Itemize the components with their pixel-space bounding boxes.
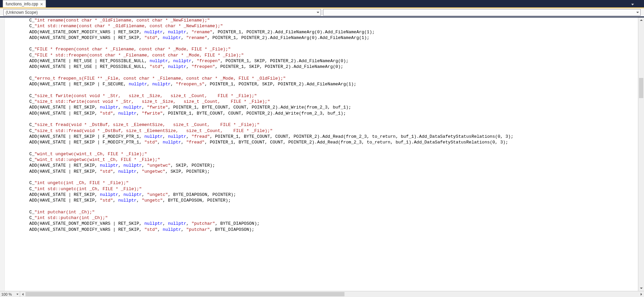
code-text[interactable]: C_"int rename(const char * _OldFilename,…	[17, 17, 638, 232]
outlining-margin[interactable]	[0, 17, 5, 291]
chevron-down-icon	[636, 12, 639, 13]
tab-functions-info[interactable]: functions_info.cpp ×	[3, 0, 46, 7]
tab-strip: functions_info.cpp ×	[0, 0, 644, 8]
editor-gutter	[0, 17, 17, 291]
scroll-down-button[interactable]	[638, 286, 644, 291]
scroll-thumb[interactable]	[639, 78, 643, 98]
chevron-down-icon	[317, 12, 319, 13]
horizontal-scrollbar[interactable]	[20, 291, 644, 297]
code-area[interactable]: C_"int rename(const char * _OldFilename,…	[17, 17, 638, 291]
member-dropdown[interactable]	[323, 9, 641, 16]
window-options-chevron-icon[interactable]	[631, 4, 634, 5]
zoom-label: 100 %	[1, 292, 12, 296]
tab-label: functions_info.cpp	[6, 2, 38, 6]
scroll-up-button[interactable]	[638, 17, 644, 23]
scroll-track[interactable]	[25, 291, 639, 297]
zoom-dropdown[interactable]: 100 %	[0, 291, 20, 297]
chevron-down-icon	[16, 294, 18, 295]
scroll-left-button[interactable]	[20, 291, 25, 297]
scope-dropdown[interactable]: (Unknown Scope)	[3, 9, 321, 16]
navigation-bar: (Unknown Scope)	[0, 8, 644, 16]
scroll-thumb[interactable]	[25, 292, 344, 296]
vertical-scrollbar[interactable]	[638, 17, 644, 291]
editor: C_"int rename(const char * _OldFilename,…	[0, 17, 644, 291]
bottom-bar: 100 %	[0, 291, 644, 297]
scope-label: (Unknown Scope)	[6, 10, 38, 15]
close-icon[interactable]: ×	[40, 1, 44, 7]
scroll-right-button[interactable]	[639, 291, 644, 297]
